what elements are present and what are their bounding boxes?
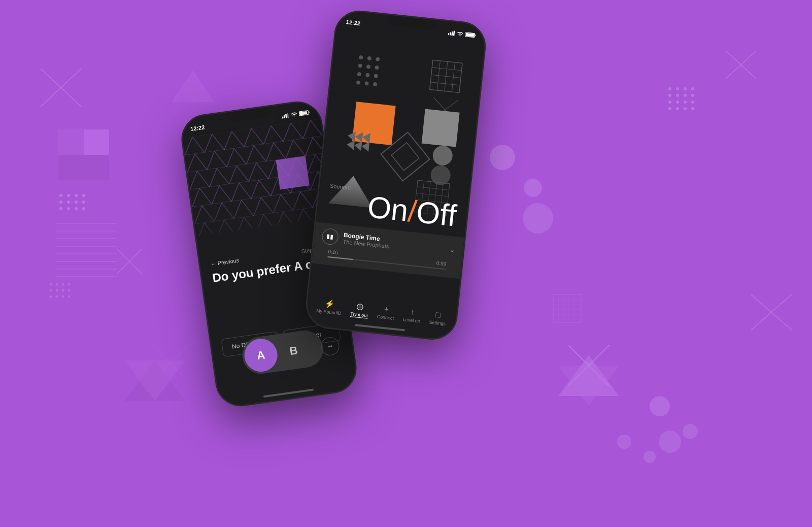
left-home-indicator: [263, 388, 314, 398]
phone-right: 12:22: [303, 8, 488, 342]
nav-label-mysoundid: My SoundID: [316, 308, 342, 316]
right-phone-screen: 12:22: [305, 10, 487, 340]
nav-item-tryitout[interactable]: ◎ Try it out: [350, 301, 369, 318]
right-battery-icon: [465, 31, 477, 38]
nav-item-settings[interactable]: □ Settings: [429, 310, 447, 326]
svg-rect-87: [284, 115, 285, 118]
btn-b[interactable]: B: [275, 332, 312, 369]
lightning-icon: ⚡: [324, 298, 335, 309]
off-text: Off: [415, 195, 458, 233]
left-status-time: 12:22: [190, 124, 205, 132]
nav-item-connect[interactable]: + Connect: [377, 304, 395, 321]
svg-rect-89: [287, 113, 289, 118]
bottom-navigation: ⚡ My SoundID ◎ Try it out + Connect ↑ Le…: [306, 293, 457, 331]
circle-icon: ◎: [356, 301, 364, 311]
time-total: 0:59: [436, 260, 447, 267]
svg-rect-88: [285, 114, 287, 118]
plus-icon: +: [383, 305, 389, 314]
back-button[interactable]: ← Previous: [210, 257, 240, 267]
phones-container: 12:22: [0, 0, 812, 527]
svg-rect-99: [448, 33, 449, 35]
svg-rect-100: [450, 32, 451, 35]
svg-rect-104: [465, 32, 475, 37]
svg-rect-102: [453, 30, 455, 36]
play-pause-button[interactable]: ▮▮: [321, 228, 339, 246]
right-status-time: 12:22: [346, 19, 360, 26]
progress-bar-fill: [327, 256, 353, 260]
left-status-icons: [282, 110, 311, 119]
time-current: 0:16: [328, 249, 339, 255]
on-text: On: [366, 190, 410, 228]
nav-item-mysoundid[interactable]: ⚡ My SoundID: [316, 298, 343, 316]
svg-rect-86: [282, 116, 284, 118]
right-home-indicator: [354, 324, 405, 331]
battery-icon: [298, 110, 310, 116]
nav-label-tryitout: Try it out: [350, 311, 368, 319]
nav-label-connect: Connect: [377, 314, 394, 321]
chevron-up-icon[interactable]: ⌄: [449, 245, 456, 254]
svg-rect-101: [451, 31, 453, 35]
right-status-icons: [448, 30, 477, 38]
signal-icon: [282, 112, 289, 118]
svg-rect-98: [276, 156, 310, 189]
nav-item-levelup[interactable]: ↑ Level up: [402, 307, 421, 323]
right-wifi-icon: [457, 31, 463, 37]
nav-label-levelup: Level up: [402, 317, 420, 324]
btn-a[interactable]: A: [242, 337, 279, 374]
wifi-icon: [291, 111, 297, 117]
right-signal-icon: [448, 30, 455, 36]
nav-label-settings: Settings: [429, 319, 446, 326]
square-icon: □: [435, 310, 442, 320]
upload-icon: ↑: [410, 308, 415, 317]
